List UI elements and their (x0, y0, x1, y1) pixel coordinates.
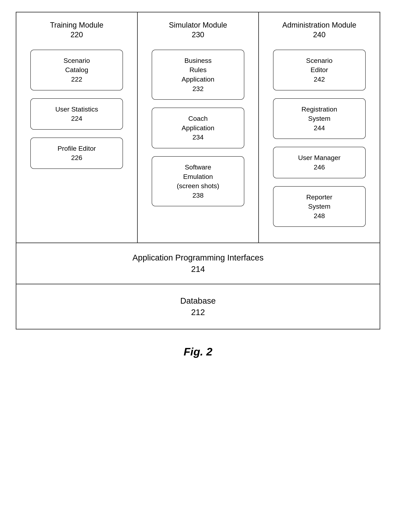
main-diagram: Training Module 220 ScenarioCatalog 222 … (16, 12, 380, 329)
reporter-system-box: ReporterSystem 248 (273, 186, 366, 227)
scenario-editor-box: ScenarioEditor 242 (273, 50, 366, 90)
software-emulation-box: SoftwareEmulation(screen shots) 238 (152, 156, 244, 206)
figure-label: Fig. 2 (184, 345, 212, 358)
modules-row: Training Module 220 ScenarioCatalog 222 … (16, 12, 380, 243)
registration-system-box: RegistrationSystem 244 (273, 98, 366, 139)
api-label: Application Programming Interfaces (22, 253, 374, 263)
user-manager-box: User Manager 246 (273, 147, 366, 178)
user-statistics-box: User Statistics 224 (30, 98, 123, 130)
training-module-col: Training Module 220 ScenarioCatalog 222 … (16, 12, 138, 243)
db-label: Database (22, 296, 374, 306)
api-row: Application Programming Interfaces 214 (16, 243, 380, 284)
database-row: Database 212 (16, 284, 380, 329)
scenario-catalog-box: ScenarioCatalog 222 (30, 50, 123, 90)
api-number: 214 (22, 264, 374, 274)
simulator-module-title: Simulator Module 230 (169, 20, 227, 40)
training-module-title: Training Module 220 (50, 20, 103, 40)
simulator-module-col: Simulator Module 230 BusinessRulesApplic… (138, 12, 259, 243)
business-rules-box: BusinessRulesApplication 232 (152, 50, 244, 100)
db-number: 212 (22, 308, 374, 317)
administration-module-title: Administration Module 240 (282, 20, 356, 40)
profile-editor-box: Profile Editor 226 (30, 138, 123, 169)
administration-module-col: Administration Module 240 ScenarioEditor… (259, 12, 380, 243)
coach-application-box: CoachApplication 234 (152, 108, 244, 148)
